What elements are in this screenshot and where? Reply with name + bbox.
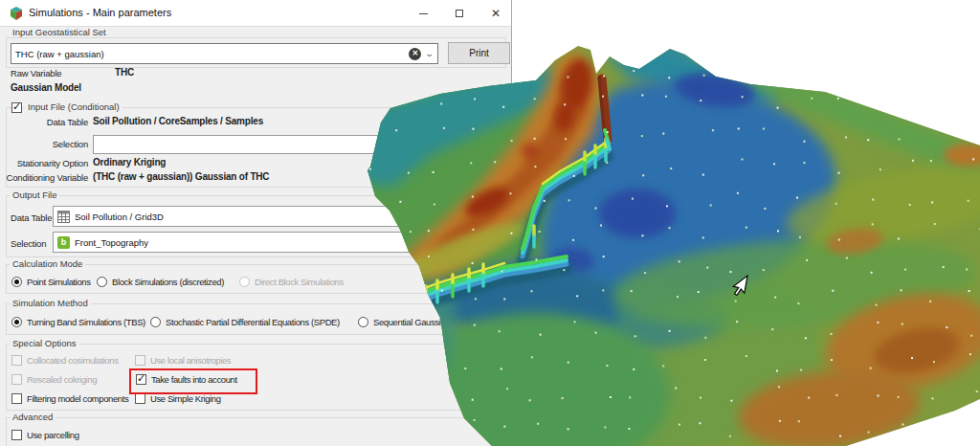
3d-viewport[interactable]	[0, 0, 980, 446]
screen: Simulations - Main parameters ✕ Input Ge…	[0, 0, 980, 446]
terrain-surface	[306, 29, 980, 446]
